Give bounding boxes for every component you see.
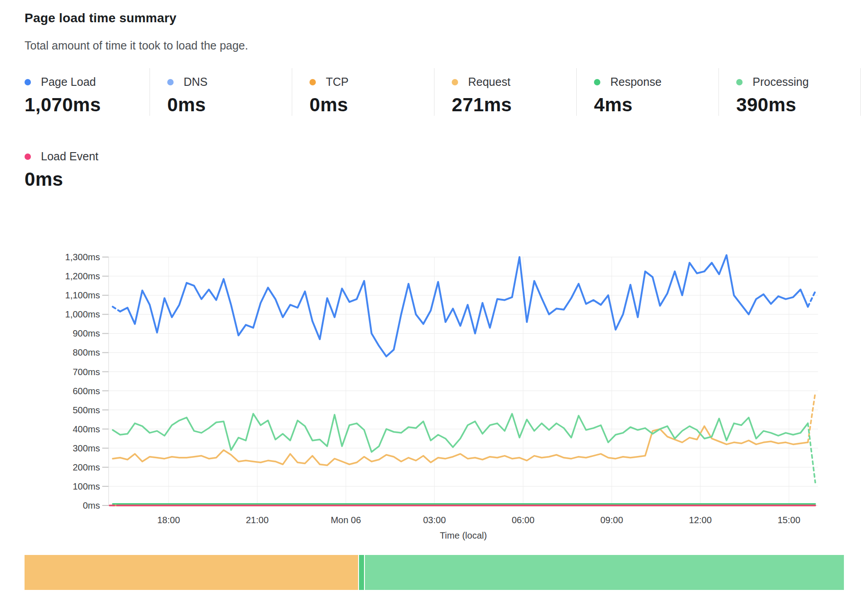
y-tick-label: 500ms — [73, 405, 100, 415]
y-tick-label: 200ms — [73, 462, 100, 472]
timeline-segment-divider-window[interactable] — [359, 555, 364, 590]
y-tick-label: 1,000ms — [65, 309, 100, 319]
x-tick-label: 03:00 — [423, 515, 446, 525]
x-axis-title: Time (local) — [440, 530, 487, 540]
y-tick-label: 0ms — [83, 500, 100, 510]
x-tick-label: 09:00 — [600, 515, 623, 525]
x-tick-label: 18:00 — [157, 515, 180, 525]
series-line-processing-tail-dash — [808, 423, 815, 482]
timeline-segment-request-window[interactable] — [25, 555, 358, 590]
y-tick-label: 100ms — [73, 481, 100, 491]
series-line-processing — [113, 414, 808, 452]
x-tick-label: 06:00 — [512, 515, 534, 525]
series-line-page_load-tail-dash — [808, 292, 815, 307]
y-tick-label: 900ms — [73, 328, 100, 338]
x-tick-label: 21:00 — [246, 515, 269, 525]
page-load-time-chart[interactable]: 0ms100ms200ms300ms400ms500ms600ms700ms80… — [0, 0, 868, 614]
y-tick-label: 300ms — [73, 443, 100, 453]
x-tick-label: 15:00 — [778, 515, 800, 525]
series-line-page_load — [120, 255, 808, 357]
x-tick-label: 12:00 — [689, 515, 712, 525]
y-tick-label: 1,100ms — [65, 290, 100, 300]
page-load-summary-panel: Page load time summary Total amount of t… — [0, 0, 868, 614]
y-tick-label: 1,300ms — [65, 252, 100, 262]
timeline-segment-processing-window[interactable] — [365, 555, 844, 590]
series-line-request — [113, 426, 808, 465]
x-tick-label: Mon 06 — [331, 515, 361, 525]
y-tick-label: 1,200ms — [65, 271, 100, 281]
y-tick-label: 400ms — [73, 424, 100, 434]
series-line-request-tail-dash — [808, 393, 815, 442]
series-line-page_load-lead-dash — [113, 307, 120, 312]
y-tick-label: 800ms — [73, 347, 100, 357]
y-tick-label: 600ms — [73, 386, 100, 396]
y-tick-label: 700ms — [73, 367, 100, 377]
